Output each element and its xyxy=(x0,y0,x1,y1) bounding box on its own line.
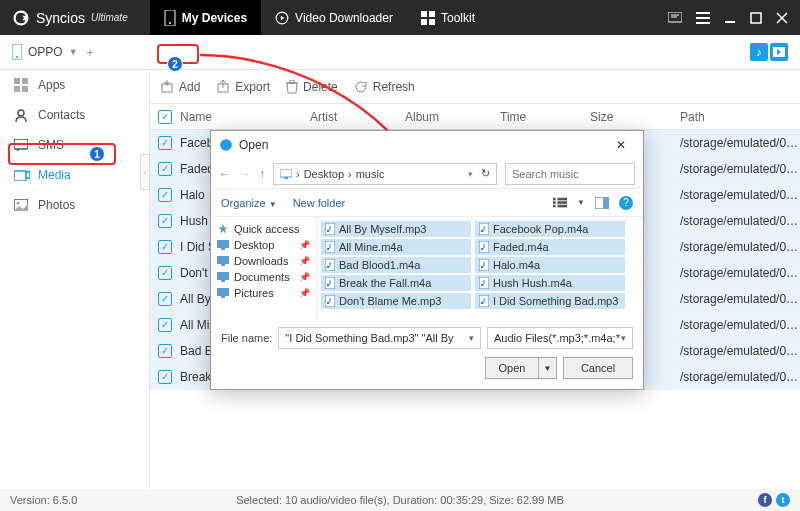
tab-video-downloader[interactable]: Video Downloader xyxy=(261,0,407,35)
titlebar: Syncios Ultimate My Devices Video Downlo… xyxy=(0,0,800,35)
twitter-icon[interactable]: t xyxy=(776,493,790,507)
nav-up-icon[interactable]: ↑ xyxy=(259,167,265,181)
sidebar-collapse-handle[interactable]: ‹ xyxy=(140,154,150,190)
row-checkbox[interactable]: ✓ xyxy=(158,240,172,254)
filename-input[interactable]: "I Did Something Bad.mp3" "All By ▾ xyxy=(278,327,481,349)
view-list-icon[interactable] xyxy=(553,197,567,209)
tab-my-devices[interactable]: My Devices xyxy=(150,0,261,35)
col-album[interactable]: Album xyxy=(405,110,500,124)
sidebar-item-sms[interactable]: SMS xyxy=(0,130,149,160)
svg-rect-17 xyxy=(14,139,28,149)
svg-point-46 xyxy=(327,248,329,250)
svg-rect-39 xyxy=(217,288,229,296)
navpane-item[interactable]: Documents📌 xyxy=(217,271,310,283)
device-selector[interactable]: OPPO ▼ xyxy=(12,44,78,60)
svg-rect-33 xyxy=(217,240,229,248)
svg-rect-28 xyxy=(557,197,567,200)
row-checkbox[interactable]: ✓ xyxy=(158,318,172,332)
navpane-label: Pictures xyxy=(234,287,274,299)
navpane-item[interactable]: Downloads📌 xyxy=(217,255,310,267)
file-item[interactable]: Bad Blood1.m4a xyxy=(321,257,471,273)
tab-toolkit[interactable]: Toolkit xyxy=(407,0,489,35)
col-size[interactable]: Size xyxy=(590,110,680,124)
facebook-icon[interactable]: f xyxy=(758,493,772,507)
row-checkbox[interactable]: ✓ xyxy=(158,162,172,176)
file-item[interactable]: Break the Fall.m4a xyxy=(321,275,471,291)
new-folder-button[interactable]: New folder xyxy=(293,197,346,209)
nav-back-icon[interactable]: ← xyxy=(219,167,231,181)
tab-label: My Devices xyxy=(182,11,247,25)
dialog-close-button[interactable]: ✕ xyxy=(607,131,635,159)
file-item[interactable]: Facebook Pop.m4a xyxy=(475,221,625,237)
row-checkbox[interactable]: ✓ xyxy=(158,188,172,202)
preview-pane-icon[interactable] xyxy=(595,197,609,209)
maximize-icon[interactable] xyxy=(750,12,762,24)
file-item[interactable]: Faded.m4a xyxy=(475,239,625,255)
dialog-file-list: All By Myself.mp3Facebook Pop.m4aAll Min… xyxy=(316,217,643,321)
svg-rect-3 xyxy=(421,11,427,17)
sidebar-item-apps[interactable]: Apps xyxy=(0,70,149,100)
add-button[interactable]: Add xyxy=(160,80,200,94)
sidebar-item-contacts[interactable]: Contacts xyxy=(0,100,149,130)
svg-point-50 xyxy=(327,266,329,268)
col-artist[interactable]: Artist xyxy=(310,110,405,124)
row-checkbox[interactable]: ✓ xyxy=(158,136,172,150)
breadcrumb[interactable]: ›Desktop ›music ▾ ↻ xyxy=(273,163,497,185)
col-name[interactable]: Name xyxy=(180,110,310,124)
file-item[interactable]: Hush Hush.m4a xyxy=(475,275,625,291)
file-filter-select[interactable]: Audio Files(*.mp3;*.m4a;*.wma ▾ xyxy=(487,327,633,349)
file-item[interactable]: All Mine.m4a xyxy=(321,239,471,255)
row-checkbox[interactable]: ✓ xyxy=(158,344,172,358)
cell-path: /storage/emulated/0/a... xyxy=(680,162,800,176)
menu-icon[interactable] xyxy=(696,12,710,24)
navpane-item[interactable]: Pictures📌 xyxy=(217,287,310,299)
svg-point-60 xyxy=(481,302,483,304)
select-all-checkbox[interactable]: ✓ xyxy=(158,110,172,124)
svg-rect-18 xyxy=(14,171,26,181)
file-item[interactable]: I Did Something Bad.mp3 xyxy=(475,293,625,309)
export-label: Export xyxy=(235,80,270,94)
dialog-search-input[interactable] xyxy=(505,163,635,185)
organize-menu[interactable]: Organize ▼ xyxy=(221,197,277,209)
cell-path: /storage/emulated/0/a... xyxy=(680,266,800,280)
svg-rect-34 xyxy=(221,248,225,250)
add-device-icon[interactable]: ＋ xyxy=(84,44,96,61)
row-checkbox[interactable]: ✓ xyxy=(158,214,172,228)
sidebar-item-media[interactable]: Media xyxy=(0,160,149,190)
navpane-item[interactable]: Quick access xyxy=(217,223,310,235)
delete-button[interactable]: Delete xyxy=(286,80,338,94)
col-time[interactable]: Time xyxy=(500,110,590,124)
notify-icon[interactable] xyxy=(668,12,682,24)
chevron-down-icon[interactable]: ▾ xyxy=(469,333,474,343)
col-path[interactable]: Path xyxy=(680,110,800,124)
sidebar-icon xyxy=(14,78,30,92)
navpane-item[interactable]: Desktop📌 xyxy=(217,239,310,251)
sidebar-item-photos[interactable]: Photos xyxy=(0,190,149,220)
export-button[interactable]: Export xyxy=(216,80,270,94)
tab-label: Video Downloader xyxy=(295,11,393,25)
nav-fwd-icon[interactable]: → xyxy=(239,167,251,181)
dialog-titlebar: Open ✕ xyxy=(211,131,643,159)
tab-label: Toolkit xyxy=(441,11,475,25)
view-music-icon[interactable]: ♪ xyxy=(750,43,768,61)
file-item[interactable]: All By Myself.mp3 xyxy=(321,221,471,237)
annotation-number-1: 1 xyxy=(89,146,105,162)
close-icon[interactable] xyxy=(776,12,788,24)
open-button[interactable]: Open xyxy=(485,357,539,379)
row-checkbox[interactable]: ✓ xyxy=(158,292,172,306)
help-icon[interactable]: ? xyxy=(619,196,633,210)
navpane-label: Desktop xyxy=(234,239,274,251)
file-item[interactable]: Don't Blame Me.mp3 xyxy=(321,293,471,309)
cancel-button[interactable]: Cancel xyxy=(563,357,633,379)
refresh-button[interactable]: Refresh xyxy=(354,80,415,94)
svg-point-1 xyxy=(169,22,171,24)
chevron-down-icon[interactable]: ▾ xyxy=(468,169,473,179)
file-item[interactable]: Halo.m4a xyxy=(475,257,625,273)
view-video-icon[interactable] xyxy=(770,43,788,61)
minimize-icon[interactable] xyxy=(724,12,736,24)
row-checkbox[interactable]: ✓ xyxy=(158,370,172,384)
row-checkbox[interactable]: ✓ xyxy=(158,266,172,280)
open-dropdown[interactable]: ▼ xyxy=(539,357,557,379)
svg-point-56 xyxy=(481,284,483,286)
refresh-icon[interactable]: ↻ xyxy=(481,167,490,180)
